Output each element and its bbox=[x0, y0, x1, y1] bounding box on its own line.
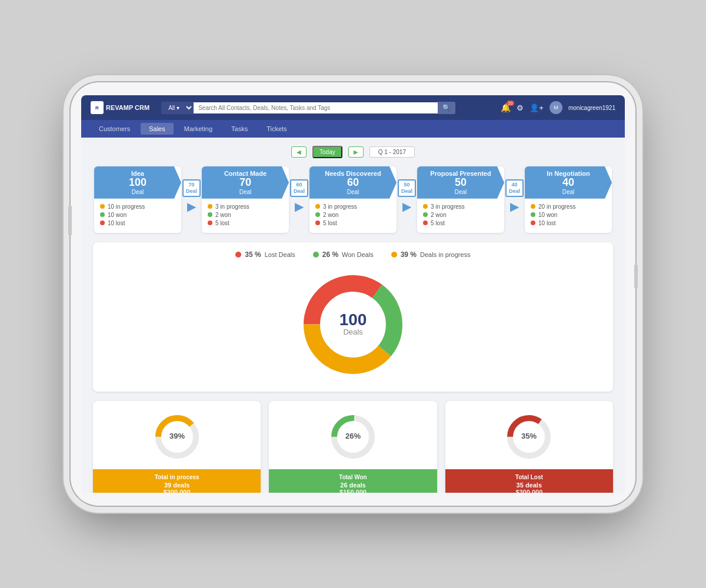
stat-card-lost[interactable]: 35% Total Lost 35 deals $300,000 bbox=[445, 401, 613, 493]
stage-header-0: Idea 100 Deal bbox=[94, 166, 181, 199]
stage-lost-0: 10 lost bbox=[108, 220, 125, 226]
card-label-bar-won: Total Won 26 deals $150,000 bbox=[269, 469, 437, 493]
stage-card-0[interactable]: Idea 100 Deal 10 in progress 10 won 10 l… bbox=[94, 166, 181, 233]
stage-count-3: 50 bbox=[419, 177, 502, 189]
stage-deal-3: Deal bbox=[419, 189, 502, 195]
stage-stat-won-2: 2 won bbox=[315, 212, 391, 218]
stage-in-progress-2: 3 in progress bbox=[323, 203, 357, 210]
mini-donut-wrap-2: 35% bbox=[454, 410, 605, 463]
stage-stat-progress-2: 3 in progress bbox=[315, 203, 391, 210]
stage-stat-progress-4: 20 in progress bbox=[531, 203, 606, 210]
stage-body-3: 3 in progress 2 won 5 lost bbox=[417, 199, 504, 233]
legend-won-pct: 26 % bbox=[322, 250, 338, 259]
topbar: R REVAMP CRM All ▾ 🔍 🔔 20 ⚙ 👤+ M monicag… bbox=[81, 95, 625, 120]
stage-header-1: Contact Made 70 Deal bbox=[202, 166, 289, 199]
dot-orange-4 bbox=[531, 204, 535, 209]
logo-text: REVAMP CRM bbox=[106, 104, 149, 111]
legend-dot-won bbox=[313, 252, 319, 258]
stage-won-3: 2 won bbox=[431, 212, 447, 218]
nav-marketing[interactable]: Marketing bbox=[176, 123, 221, 135]
nav-customers[interactable]: Customers bbox=[91, 123, 138, 135]
stage-stat-won-0: 10 won bbox=[100, 212, 175, 218]
stage-stat-lost-2: 5 lost bbox=[315, 220, 391, 226]
topbar-actions: 🔔 20 ⚙ 👤+ M monicagreen1921 bbox=[501, 101, 615, 114]
stats-legend: 35 % Lost Deals 26 % Won Deals 39 % Deal… bbox=[101, 250, 605, 259]
mini-donut-pct-in-process: 39% bbox=[169, 432, 185, 440]
nav-tasks[interactable]: Tasks bbox=[223, 123, 256, 135]
screen: R REVAMP CRM All ▾ 🔍 🔔 20 ⚙ 👤+ M monicag… bbox=[81, 95, 625, 493]
dot-red-1 bbox=[208, 220, 212, 225]
search-input[interactable] bbox=[194, 102, 438, 113]
dot-red-4 bbox=[531, 220, 535, 225]
card-label-deals-won: 26 deals bbox=[277, 482, 428, 489]
stage-count-1: 70 bbox=[204, 177, 287, 189]
dot-red-0 bbox=[100, 220, 105, 225]
stage-won-0: 10 won bbox=[108, 212, 126, 218]
nav-tickets[interactable]: Tickets bbox=[258, 123, 295, 135]
legend-dot-lost bbox=[235, 252, 241, 258]
donut-total: 100 bbox=[339, 310, 367, 329]
card-label-amount-lost: $300,000 bbox=[454, 489, 605, 493]
dot-red-3 bbox=[423, 220, 428, 225]
stage-stat-lost-1: 5 lost bbox=[208, 220, 283, 226]
legend-lost: 35 % Lost Deals bbox=[235, 250, 295, 259]
search-button[interactable]: 🔍 bbox=[438, 102, 455, 114]
stage-count-0: 100 bbox=[96, 177, 179, 189]
stage-header-2: Needs Discovered 60 Deal bbox=[309, 166, 397, 199]
period-quarter: Q 1 - 2017 bbox=[369, 146, 415, 158]
search-group: All ▾ 🔍 bbox=[161, 102, 455, 114]
stage-won-4: 10 won bbox=[538, 212, 557, 218]
content: ◀ Today ▶ Q 1 - 2017 Idea 100 Deal 10 in… bbox=[81, 138, 625, 493]
donut-label: Deals bbox=[343, 328, 363, 336]
arrow-3: 50 Deal▶ bbox=[398, 166, 416, 213]
search-filter-select[interactable]: All ▾ bbox=[161, 102, 194, 114]
period-next[interactable]: ▶ bbox=[348, 146, 364, 158]
pipeline: Idea 100 Deal 10 in progress 10 won 10 l… bbox=[93, 166, 613, 233]
mini-donut-pct-won: 26% bbox=[345, 432, 361, 440]
stat-card-in-process[interactable]: 39% Total in process 39 deals $200,000 bbox=[93, 401, 261, 493]
between-badge-2: 60 Deal bbox=[290, 179, 308, 197]
arrow-icon-3: ▶ bbox=[402, 199, 411, 213]
period-prev[interactable]: ◀ bbox=[291, 146, 307, 158]
card-label-amount-won: $150,000 bbox=[277, 489, 428, 493]
tablet-button-right bbox=[634, 265, 638, 288]
stage-stat-won-1: 2 won bbox=[208, 212, 283, 218]
stage-deal-1: Deal bbox=[204, 189, 287, 195]
dot-orange-1 bbox=[208, 204, 212, 209]
stage-card-2[interactable]: Needs Discovered 60 Deal 3 in progress 2… bbox=[309, 166, 397, 233]
stage-stat-lost-3: 5 lost bbox=[423, 220, 498, 226]
stage-lost-1: 5 lost bbox=[215, 220, 229, 226]
tablet-frame: R REVAMP CRM All ▾ 🔍 🔔 20 ⚙ 👤+ M monicag… bbox=[71, 82, 635, 506]
stage-lost-2: 5 lost bbox=[323, 220, 337, 226]
legend-lost-label: Lost Deals bbox=[265, 251, 295, 258]
nav-sales[interactable]: Sales bbox=[141, 123, 174, 135]
dot-green-1 bbox=[208, 212, 212, 217]
navbar: Customers Sales Marketing Tasks Tickets bbox=[81, 120, 625, 138]
stage-card-1[interactable]: Contact Made 70 Deal 3 in progress 2 won… bbox=[202, 166, 289, 233]
legend-won-label: Won Deals bbox=[342, 251, 374, 258]
stage-in-progress-0: 10 in progress bbox=[108, 203, 145, 210]
stage-body-1: 3 in progress 2 won 5 lost bbox=[202, 199, 289, 233]
stat-card-won[interactable]: 26% Total Won 26 deals $150,000 bbox=[269, 401, 437, 493]
mini-donut-in-process: 39% bbox=[151, 410, 204, 463]
stage-card-4[interactable]: In Negotiation 40 Deal 20 in progress 10… bbox=[525, 166, 612, 233]
logo-icon: R bbox=[91, 101, 104, 114]
legend-progress: 39 % Deals in progress bbox=[391, 250, 471, 259]
add-user-icon[interactable]: 👤+ bbox=[530, 103, 544, 112]
stage-lost-3: 5 lost bbox=[431, 220, 445, 226]
card-label-title-won: Total Won bbox=[277, 474, 428, 480]
period-today[interactable]: Today bbox=[312, 146, 342, 158]
dot-orange-0 bbox=[100, 204, 105, 209]
notif-badge: 20 bbox=[507, 101, 515, 106]
card-label-bar-lost: Total Lost 35 deals $300,000 bbox=[445, 469, 613, 493]
notification-bell[interactable]: 🔔 20 bbox=[501, 103, 511, 112]
settings-icon[interactable]: ⚙ bbox=[517, 103, 524, 112]
stage-card-3[interactable]: Proposal Presented 50 Deal 3 in progress… bbox=[417, 166, 504, 233]
between-badge-4: 40 Deal bbox=[505, 179, 524, 197]
stage-stat-won-3: 2 won bbox=[423, 212, 498, 218]
stage-stat-won-4: 10 won bbox=[531, 212, 606, 218]
stage-stat-progress-1: 3 in progress bbox=[208, 203, 283, 210]
arrow-1: 70 Deal▶ bbox=[182, 166, 201, 213]
between-badge-3: 50 Deal bbox=[398, 179, 416, 197]
stage-header-3: Proposal Presented 50 Deal bbox=[417, 166, 504, 199]
